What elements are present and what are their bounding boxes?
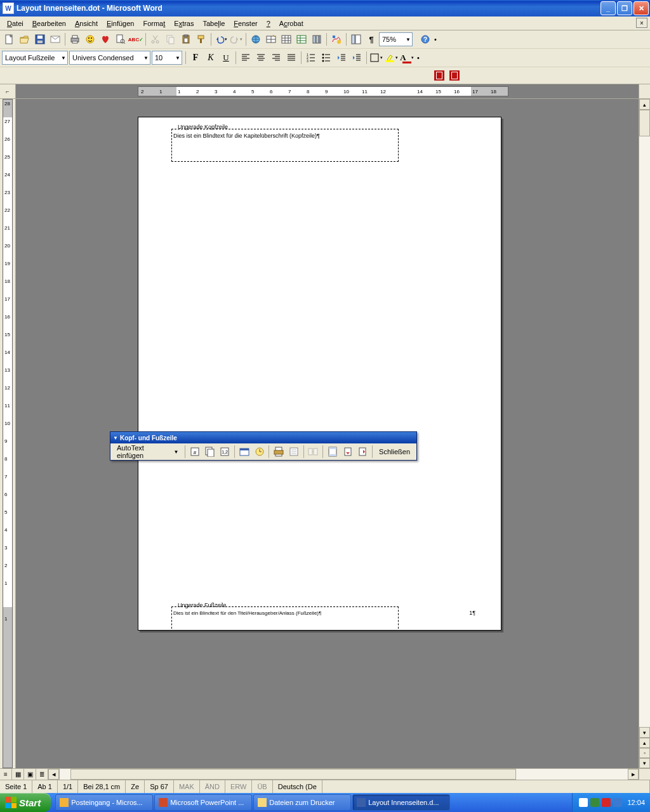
header-footer-close-button[interactable]: Schließen [375, 445, 415, 459]
start-button[interactable]: Start [0, 793, 51, 812]
increase-indent-button[interactable] [349, 50, 364, 65]
excel-button[interactable] [294, 32, 309, 47]
vertical-scroll-thumb[interactable] [639, 110, 650, 136]
bullets-button[interactable] [319, 50, 334, 65]
same-as-previous-button[interactable] [306, 444, 321, 459]
vertical-ruler[interactable]: 2827262524232221201918171615141312111098… [0, 99, 16, 768]
menu-extras[interactable]: Extras [169, 18, 198, 29]
status-language[interactable]: Deutsch (De [273, 780, 322, 793]
format-painter-button[interactable] [194, 32, 209, 47]
maximize-button[interactable]: ❐ [617, 1, 632, 15]
menu-acrobat[interactable]: Acrobat [275, 18, 308, 29]
new-doc-button[interactable] [2, 32, 17, 47]
tables-borders-button[interactable] [263, 32, 279, 47]
taskbar-item-outlook[interactable]: Posteingang - Micros... [55, 794, 153, 811]
web-view-button[interactable]: ▦ [12, 769, 24, 780]
print-button[interactable] [67, 32, 83, 47]
font-size-dropdown[interactable]: 10▼ [152, 51, 182, 65]
font-color-button[interactable]: A▾ [399, 50, 415, 65]
bold-button[interactable]: F [188, 50, 203, 65]
horizontal-ruler[interactable]: 211234567891011121415161718 [16, 84, 639, 98]
hyperlink-button[interactable] [248, 32, 263, 47]
help-button[interactable]: ? [418, 32, 433, 47]
menu-tabelle[interactable]: Tabelle [198, 18, 229, 29]
autotext-insert-dropdown[interactable]: AutoText einfügen▼ [112, 445, 183, 459]
header-footer-toolbar-title[interactable]: ▼Kopf- und Fußzeile [110, 432, 416, 443]
smiley-button[interactable] [83, 32, 98, 47]
menu-ansicht[interactable]: Ansicht [70, 18, 102, 29]
system-tray[interactable]: 12:04 [572, 793, 650, 812]
taskbar-item-powerpoint[interactable]: Microsoft PowerPoint ... [154, 794, 252, 811]
paste-button[interactable] [178, 32, 194, 47]
show-formatting-button[interactable]: ¶ [364, 32, 379, 47]
align-center-button[interactable] [253, 50, 269, 65]
document-close-button[interactable]: × [636, 18, 647, 28]
tray-mail-icon[interactable] [579, 798, 588, 807]
drawing-button[interactable] [329, 32, 344, 47]
tray-clock[interactable]: 12:04 [627, 799, 645, 806]
menu-help[interactable]: ? [262, 18, 275, 29]
insert-page-count-button[interactable] [202, 444, 218, 459]
taskbar-item-folder[interactable]: Dateien zum Drucker [253, 794, 351, 811]
show-next-button[interactable] [355, 444, 370, 459]
insert-page-number-button[interactable]: # [187, 444, 202, 459]
scroll-down-button[interactable]: ▾ [639, 727, 650, 738]
decrease-indent-button[interactable] [334, 50, 349, 65]
footer-content-text[interactable]: Dies ist ein Blindtext für den Titel/Her… [173, 610, 321, 616]
tray-network-icon[interactable] [613, 798, 622, 807]
font-dropdown[interactable]: Univers Condensed▼ [69, 51, 150, 65]
print-preview-button[interactable] [113, 32, 128, 47]
switch-header-footer-button[interactable] [325, 444, 340, 459]
header-content-text[interactable]: Dies ist ein Blindtext für die Kapitelüb… [173, 133, 320, 139]
align-left-button[interactable] [238, 50, 253, 65]
format-page-number-button[interactable]: 1,2 [218, 444, 233, 459]
taskbar-item-word[interactable]: Layout Innenseiten.d... [352, 794, 450, 811]
ruler-corner[interactable]: ⌐ [0, 84, 16, 98]
insert-table-button[interactable] [279, 32, 294, 47]
show-previous-button[interactable] [340, 444, 355, 459]
menu-fenster[interactable]: Fenster [229, 18, 262, 29]
cut-button[interactable] [148, 32, 163, 47]
underline-button[interactable]: U [218, 50, 234, 65]
status-track-changes[interactable]: ÄND [200, 780, 225, 793]
status-overtype[interactable]: ÜB [252, 780, 272, 793]
next-page-button[interactable]: ▾ [639, 758, 650, 768]
page-setup-button[interactable] [271, 444, 286, 459]
status-record-macro[interactable]: MAK [174, 780, 200, 793]
scroll-right-button[interactable]: ▸ [628, 769, 639, 780]
outline-view-button[interactable]: ≣ [36, 769, 48, 780]
close-button[interactable]: ✕ [633, 1, 649, 15]
redo-button[interactable]: ▾ [229, 32, 244, 47]
horizontal-scrollbar[interactable] [59, 769, 628, 780]
scroll-up-button[interactable]: ▴ [639, 99, 650, 110]
tray-antivir-icon[interactable] [602, 798, 611, 807]
open-button[interactable] [17, 32, 32, 47]
pdf-create-mail-button[interactable] [447, 68, 462, 83]
print-layout-view-button[interactable]: ▣ [24, 769, 36, 780]
minimize-button[interactable]: _ [600, 1, 616, 15]
show-hide-text-button[interactable] [286, 444, 302, 459]
status-extend-selection[interactable]: ERW [225, 780, 252, 793]
borders-button[interactable]: ▾ [369, 50, 384, 65]
pdf-create-button[interactable] [432, 68, 447, 83]
align-justify-button[interactable] [284, 50, 299, 65]
heart-button[interactable] [98, 32, 113, 47]
columns-button[interactable] [309, 32, 324, 47]
save-button[interactable] [32, 32, 48, 47]
header-footer-toolbar[interactable]: ▼Kopf- und Fußzeile AutoText einfügen▼ #… [110, 431, 417, 461]
align-right-button[interactable] [269, 50, 284, 65]
menu-datei[interactable]: Datei [3, 18, 28, 29]
insert-date-button[interactable] [237, 444, 252, 459]
zoom-dropdown[interactable]: 75%▼ [379, 32, 413, 46]
normal-view-button[interactable]: ≡ [0, 769, 12, 780]
style-dropdown[interactable]: Layout Fußzeile▼ [2, 51, 68, 65]
spelling-button[interactable]: ABC✓ [128, 32, 143, 47]
horizontal-scroll-thumb[interactable] [70, 769, 516, 780]
mail-button[interactable] [48, 32, 63, 47]
menu-format[interactable]: Format [138, 18, 169, 29]
undo-button[interactable]: ▾ [213, 32, 229, 47]
italic-button[interactable]: K [203, 50, 218, 65]
scroll-left-button[interactable]: ◂ [48, 769, 59, 780]
previous-page-button[interactable]: ▴ [639, 738, 650, 748]
doc-map-button[interactable] [348, 32, 364, 47]
